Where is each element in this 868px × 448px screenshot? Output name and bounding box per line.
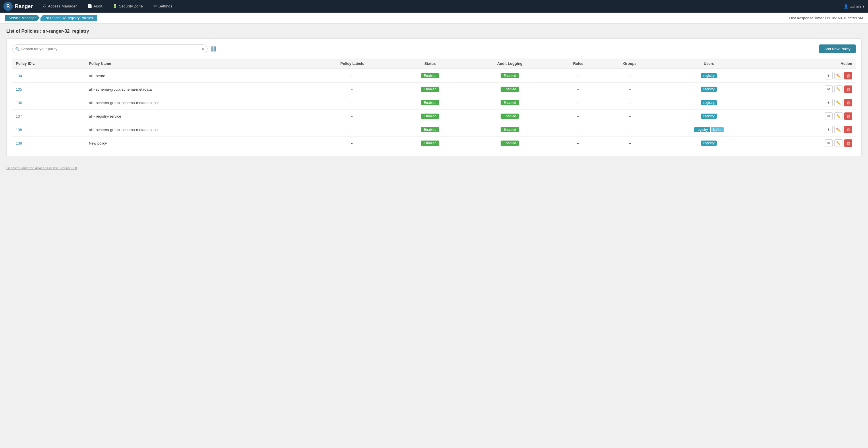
user-tag: registry bbox=[701, 73, 717, 78]
policy-id-link[interactable]: 139 bbox=[16, 141, 22, 145]
policy-id-link[interactable]: 135 bbox=[16, 87, 22, 92]
edit-icon: ✏️ bbox=[836, 141, 841, 145]
policy-users: registrykafka bbox=[658, 123, 760, 137]
policy-roles: -- bbox=[555, 110, 602, 123]
breadcrumb-policies[interactable]: sr-ranger-32_registry Policies bbox=[40, 15, 97, 21]
status-badge: Enabled bbox=[421, 73, 439, 78]
policies-panel: 🔍 ✕ ℹ️ Add New Policy Policy ID Policy N… bbox=[6, 38, 862, 156]
policy-status: Enabled bbox=[395, 69, 465, 82]
info-icon[interactable]: ℹ️ bbox=[210, 46, 216, 51]
table-row: 137all - registry-service--EnabledEnable… bbox=[12, 110, 856, 123]
navbar: R Ranger 🛡 Access Manager 📄 Audit 🔋 Secu… bbox=[0, 0, 868, 12]
trash-icon: 🗑 bbox=[846, 114, 850, 118]
edit-policy-button[interactable]: ✏️ bbox=[834, 85, 842, 93]
col-header-users: Users bbox=[658, 59, 760, 69]
delete-policy-button[interactable]: 🗑 bbox=[844, 85, 852, 93]
audit-logging: Enabled bbox=[465, 123, 555, 137]
edit-policy-button[interactable]: ✏️ bbox=[834, 126, 842, 133]
nav-item-access-manager[interactable]: 🛡 Access Manager bbox=[37, 0, 82, 12]
edit-policy-button[interactable]: ✏️ bbox=[834, 112, 842, 120]
policies-table-wrap: Policy ID Policy Name Policy Labels Stat… bbox=[12, 59, 856, 150]
nav-item-security-zone[interactable]: 🔋 Security Zone bbox=[107, 0, 148, 12]
breadcrumb-bar: Service Manager sr-ranger-32_registry Po… bbox=[0, 12, 868, 24]
policy-name: all - schema-group, schema-metadata bbox=[85, 82, 309, 96]
trash-icon: 🗑 bbox=[846, 74, 850, 78]
trash-icon: 🗑 bbox=[846, 101, 850, 105]
policy-roles: -- bbox=[555, 96, 602, 110]
view-policy-button[interactable]: 👁 bbox=[825, 72, 833, 79]
last-response-label: Last Response Time : bbox=[789, 16, 825, 20]
delete-policy-button[interactable]: 🗑 bbox=[844, 112, 852, 120]
edit-policy-button[interactable]: ✏️ bbox=[834, 139, 842, 147]
view-policy-button[interactable]: 👁 bbox=[825, 85, 833, 93]
page-content: List of Policies : sr-ranger-32_registry… bbox=[0, 24, 868, 161]
shield-icon: 🛡 bbox=[42, 4, 46, 8]
policy-name: all - serde bbox=[85, 69, 309, 82]
policy-groups: -- bbox=[602, 137, 658, 150]
view-policy-button[interactable]: 👁 bbox=[825, 126, 833, 133]
policy-id-link[interactable]: 137 bbox=[16, 114, 22, 118]
audit-logging-badge: Enabled bbox=[501, 73, 519, 78]
audit-logging: Enabled bbox=[465, 82, 555, 96]
nav-label-access-manager: Access Manager bbox=[48, 4, 77, 8]
policy-roles: -- bbox=[555, 82, 602, 96]
delete-policy-button[interactable]: 🗑 bbox=[844, 99, 852, 106]
policy-users: registry bbox=[658, 96, 760, 110]
add-new-policy-button[interactable]: Add New Policy bbox=[819, 44, 856, 53]
user-tag: registry bbox=[694, 127, 710, 132]
trash-icon: 🗑 bbox=[846, 141, 850, 145]
license-link[interactable]: Licensed under the Apache License, Versi… bbox=[6, 166, 77, 170]
status-badge: Enabled bbox=[421, 100, 439, 105]
policies-table: Policy ID Policy Name Policy Labels Stat… bbox=[12, 59, 856, 150]
view-policy-button[interactable]: 👁 bbox=[825, 99, 833, 106]
table-row: 136all - schema-group, schema-metadata, … bbox=[12, 96, 856, 110]
edit-policy-button[interactable]: ✏️ bbox=[834, 99, 842, 106]
delete-policy-button[interactable]: 🗑 bbox=[844, 139, 852, 147]
delete-policy-button[interactable]: 🗑 bbox=[844, 126, 852, 133]
col-header-action: Action bbox=[760, 59, 856, 69]
policy-actions: 👁✏️🗑 bbox=[760, 137, 856, 150]
table-body: 134all - serde--EnabledEnabled----regist… bbox=[12, 69, 856, 150]
delete-policy-button[interactable]: 🗑 bbox=[844, 72, 852, 79]
table-header: Policy ID Policy Name Policy Labels Stat… bbox=[12, 59, 856, 69]
edit-icon: ✏️ bbox=[836, 87, 841, 92]
edit-icon: ✏️ bbox=[836, 101, 841, 105]
nav-item-audit[interactable]: 📄 Audit bbox=[82, 0, 107, 12]
nav-menu: 🛡 Access Manager 📄 Audit 🔋 Security Zone… bbox=[37, 0, 844, 12]
policy-actions: 👁✏️🗑 bbox=[760, 123, 856, 137]
policy-id-link[interactable]: 138 bbox=[16, 128, 22, 132]
col-header-status: Status bbox=[395, 59, 465, 69]
user-tag: registry bbox=[701, 100, 717, 105]
col-header-policy-id[interactable]: Policy ID bbox=[12, 59, 85, 69]
search-input[interactable] bbox=[12, 44, 208, 53]
eye-icon: 👁 bbox=[827, 114, 831, 118]
nav-item-settings[interactable]: ⚙ Settings bbox=[148, 0, 178, 12]
policy-id-link[interactable]: 136 bbox=[16, 101, 22, 105]
search-wrap: 🔍 ✕ bbox=[12, 44, 208, 53]
policy-id-link[interactable]: 134 bbox=[16, 74, 22, 78]
last-response-time: Last Response Time : 06/10/2024 10:55:59… bbox=[789, 16, 863, 20]
view-policy-button[interactable]: 👁 bbox=[825, 139, 833, 147]
action-buttons: 👁✏️🗑 bbox=[764, 72, 852, 79]
table-row: 135all - schema-group, schema-metadata--… bbox=[12, 82, 856, 96]
action-buttons: 👁✏️🗑 bbox=[764, 112, 852, 120]
user-label: admin bbox=[850, 4, 861, 9]
user-menu[interactable]: 👤 admin ▾ bbox=[844, 4, 865, 9]
policy-actions: 👁✏️🗑 bbox=[760, 96, 856, 110]
policy-users: registry bbox=[658, 69, 760, 82]
eye-icon: 👁 bbox=[827, 128, 831, 132]
policy-name: all - schema-group, schema-metadata, sch… bbox=[85, 123, 309, 137]
breadcrumb-service-manager[interactable]: Service Manager bbox=[5, 15, 40, 21]
policy-status: Enabled bbox=[395, 123, 465, 137]
policy-actions: 👁✏️🗑 bbox=[760, 69, 856, 82]
policy-labels: -- bbox=[310, 110, 395, 123]
footer: Licensed under the Apache License, Versi… bbox=[0, 161, 868, 175]
policy-users: registry bbox=[658, 110, 760, 123]
edit-policy-button[interactable]: ✏️ bbox=[834, 72, 842, 79]
search-icon: 🔍 bbox=[15, 47, 20, 51]
policy-roles: -- bbox=[555, 123, 602, 137]
brand[interactable]: R Ranger bbox=[3, 2, 33, 11]
search-clear-icon[interactable]: ✕ bbox=[201, 47, 205, 51]
view-policy-button[interactable]: 👁 bbox=[825, 112, 833, 120]
policy-groups: -- bbox=[602, 96, 658, 110]
